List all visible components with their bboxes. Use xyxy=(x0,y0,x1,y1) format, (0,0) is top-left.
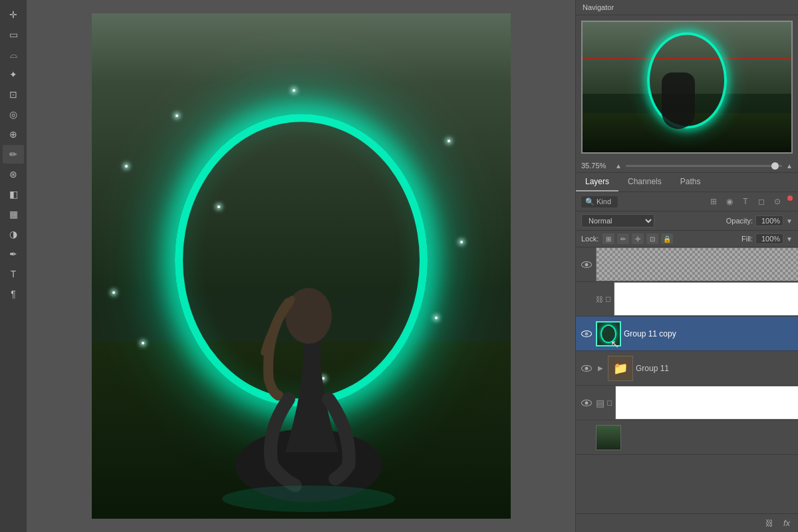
fill-row: Fill: 100% ▼ xyxy=(741,233,793,244)
layer-item-group11copy[interactable]: Group 11 copy ↖ xyxy=(576,317,798,351)
layer-item-background[interactable] xyxy=(576,420,798,455)
filter-pixel-icon[interactable]: ⊞ xyxy=(708,196,720,207)
lock-draw-icon[interactable]: ✏ xyxy=(617,233,629,244)
navigator-thumbnail[interactable] xyxy=(581,21,793,154)
color-balance-thumbnail xyxy=(614,282,798,316)
zoom-slider[interactable] xyxy=(626,165,782,167)
move-tool[interactable]: ✛ xyxy=(3,5,24,24)
layer3-visibility-toggle[interactable] xyxy=(580,258,593,271)
sparkle xyxy=(448,140,450,142)
tab-paths[interactable]: Paths xyxy=(671,173,710,192)
sparkle xyxy=(112,291,115,294)
opacity-expand-icon[interactable]: ▼ xyxy=(786,217,793,225)
fx-icon[interactable]: fx xyxy=(781,517,793,529)
group11-visibility-toggle[interactable] xyxy=(580,362,593,375)
opacity-label: Opacity: xyxy=(726,217,753,225)
tab-channels[interactable]: Channels xyxy=(618,173,671,192)
person-figure xyxy=(205,200,418,519)
layer3-thumbnail xyxy=(596,247,798,281)
filter-type-icon[interactable]: T xyxy=(739,196,751,207)
pen-tool[interactable]: ✒ xyxy=(3,245,24,263)
path-select-tool[interactable]: ¶ xyxy=(3,285,24,303)
filter-type-selector[interactable]: 🔍 Kind xyxy=(581,196,618,207)
nav-person xyxy=(662,72,695,129)
right-panel: Navigator 35.75% xyxy=(575,0,798,532)
levels-link-icon: ◻ xyxy=(606,398,612,407)
fill-label: Fill: xyxy=(741,235,753,243)
opacity-input[interactable]: 100% xyxy=(755,215,783,226)
search-icon: 🔍 xyxy=(585,198,595,206)
group11copy-name: Group 11 copy xyxy=(624,329,794,338)
select-rect-tool[interactable]: ▭ xyxy=(3,25,24,44)
navigator-preview xyxy=(581,21,793,154)
levels1-thumbnail xyxy=(615,386,798,420)
levels-histogram-icon: ▤ xyxy=(596,398,604,408)
toolbar: ✛ ▭ ⌓ ✦ ⊡ ◎ ⊕ ✏ ⊛ ◧ ▦ ◑ ✒ T ¶ xyxy=(0,0,27,532)
group11copy-thumbnail xyxy=(596,321,621,346)
navigator-title: Navigator xyxy=(583,3,614,11)
filter-smart-icon[interactable]: ⊙ xyxy=(771,196,783,207)
lock-artboard-icon[interactable]: ⊡ xyxy=(646,233,658,244)
text-tool[interactable]: T xyxy=(3,265,24,283)
eyedropper-tool[interactable]: ◎ xyxy=(3,105,24,124)
crop-tool[interactable]: ⊡ xyxy=(3,85,24,104)
zoom-increase-button[interactable]: ▲ xyxy=(786,162,793,170)
filter-shape-icon[interactable]: ◻ xyxy=(755,196,767,207)
clone-tool[interactable]: ⊛ xyxy=(3,165,24,184)
blend-mode-row: Normal Multiply Screen Overlay Opacity: … xyxy=(576,211,798,231)
blend-mode-select[interactable]: Normal Multiply Screen Overlay xyxy=(581,214,654,227)
sparkle xyxy=(293,89,295,92)
eraser-tool[interactable]: ◧ xyxy=(3,185,24,203)
zoom-display: 35.75% xyxy=(581,162,611,170)
group11-expand-icon[interactable]: ▶ xyxy=(596,364,605,373)
lock-row: Lock: ⊞ ✏ ✛ ⊡ 🔒 Fill: 100% ▼ xyxy=(576,231,798,247)
zoom-slider-thumb[interactable] xyxy=(771,162,779,170)
artwork-canvas[interactable] xyxy=(92,13,511,519)
levels1-visibility-toggle[interactable] xyxy=(580,396,593,410)
sparkle xyxy=(435,317,438,319)
color-balance-icons: ⛓ ◻ xyxy=(596,295,611,303)
fill-expand-icon[interactable]: ▼ xyxy=(786,235,793,243)
panel-tabs: Layers Channels Paths xyxy=(576,173,798,192)
canvas-background xyxy=(27,0,575,532)
svg-point-3 xyxy=(222,485,395,512)
lock-position-icon[interactable]: ✛ xyxy=(632,233,644,244)
layer-item-levels1[interactable]: ▤ ◻ Levels 1 xyxy=(576,386,798,420)
group11copy-visibility-toggle[interactable] xyxy=(580,327,593,340)
layer-item-color-balance[interactable]: ⛓ ◻ Color Balance 1 xyxy=(576,282,798,317)
gradient-tool[interactable]: ▦ xyxy=(3,205,24,223)
navigator-zoom-bar: 35.75% ▲ ▲ xyxy=(576,159,798,172)
sparkle xyxy=(125,165,128,168)
group11-name: Group 11 xyxy=(636,364,794,373)
lock-all-icon[interactable]: 🔒 xyxy=(661,233,673,244)
fill-input[interactable]: 100% xyxy=(755,233,783,244)
group11-thumbnail: 📁 xyxy=(608,356,633,381)
filter-row: 🔍 Kind ⊞ ◉ T ◻ ⊙ xyxy=(576,192,798,211)
sparkle xyxy=(460,241,463,243)
link-layers-icon[interactable]: ⛓ xyxy=(763,517,775,529)
lasso-tool[interactable]: ⌓ xyxy=(3,45,24,64)
brush-tool[interactable]: ✏ xyxy=(3,145,24,164)
zoom-decrease-button[interactable]: ▲ xyxy=(615,162,622,170)
lock-icons: ⊞ ✏ ✛ ⊡ 🔒 xyxy=(602,233,673,244)
wand-tool[interactable]: ✦ xyxy=(3,65,24,84)
mask-icon: ◻ xyxy=(605,295,611,303)
navigator-panel: Navigator 35.75% xyxy=(576,0,798,173)
layer-item-layer3[interactable]: Layer 3 xyxy=(576,247,798,282)
heal-tool[interactable]: ⊕ xyxy=(3,125,24,144)
opacity-row: Opacity: 100% ▼ xyxy=(726,215,793,226)
app-container: ✛ ▭ ⌓ ✦ ⊡ ◎ ⊕ ✏ ⊛ ◧ ▦ ◑ ✒ T ¶ xyxy=(0,0,798,532)
filter-icons: ⊞ ◉ T ◻ ⊙ xyxy=(708,196,793,207)
layer-list[interactable]: Layer 3 ⛓ ◻ Color Balance 1 xyxy=(576,247,798,513)
dodge-tool[interactable]: ◑ xyxy=(3,225,24,243)
link-chain-icon: ⛓ xyxy=(596,295,603,303)
lock-checkerboard-icon[interactable]: ⊞ xyxy=(602,233,614,244)
lock-label: Lock: xyxy=(581,235,598,243)
layers-panel: Layers Channels Paths 🔍 Kind ⊞ ◉ T xyxy=(576,173,798,532)
layer-item-group11[interactable]: ▶ 📁 Group 11 xyxy=(576,351,798,386)
tab-layers[interactable]: Layers xyxy=(576,173,618,192)
sparkle xyxy=(176,114,178,117)
person-scene xyxy=(92,13,511,519)
filter-adjustment-icon[interactable]: ◉ xyxy=(724,196,735,207)
panel-bottom-bar: ⛓ fx xyxy=(576,513,798,532)
